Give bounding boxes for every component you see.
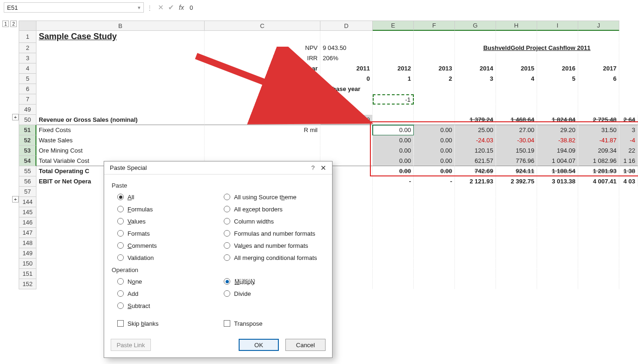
cell[interactable] [578, 53, 619, 63]
cell[interactable] [455, 53, 496, 63]
cell[interactable] [455, 217, 496, 228]
cell[interactable] [414, 248, 455, 259]
cell[interactable] [414, 279, 455, 289]
outline-level-1[interactable]: 1 [2, 21, 9, 27]
cell-d[interactable] [320, 135, 373, 146]
cell[interactable] [578, 105, 619, 115]
year[interactable]: 2017 [578, 63, 619, 74]
operation-option-divide[interactable]: Divide [218, 287, 325, 300]
row-label[interactable]: Ore Mining Cost [36, 146, 205, 156]
unit[interactable]: R mil [205, 125, 320, 135]
year[interactable]: 2013 [414, 63, 455, 74]
label-base-year[interactable]: base year [320, 84, 373, 94]
row-header-55[interactable]: 55 [19, 166, 36, 176]
column-header-H[interactable]: H [496, 21, 537, 31]
value-npv[interactable]: 9 043.50 [320, 43, 373, 53]
cell[interactable] [537, 94, 578, 105]
operation-option-multiply[interactable]: Multiply [218, 275, 325, 287]
cell[interactable] [496, 197, 537, 207]
cell[interactable] [373, 238, 414, 248]
row-header-52[interactable]: 52 [19, 135, 36, 146]
column-header-J[interactable]: J [578, 21, 619, 31]
column-header-D[interactable]: D [320, 21, 373, 31]
cell[interactable] [373, 43, 414, 53]
cell[interactable] [373, 197, 414, 207]
cell[interactable] [36, 74, 205, 84]
data-cell[interactable]: -24.03 [455, 135, 496, 146]
fx-label[interactable]: fx [179, 4, 184, 11]
cell[interactable] [496, 207, 537, 217]
cell[interactable]: 1 [373, 74, 414, 84]
dialog-help-icon[interactable]: ? [308, 164, 318, 171]
row-header-49[interactable]: 49 [19, 105, 36, 115]
cell[interactable] [36, 94, 205, 105]
cell[interactable] [578, 238, 619, 248]
row-header-147[interactable]: 147 [19, 228, 36, 238]
cell[interactable] [414, 228, 455, 238]
cell[interactable]: 3 [455, 74, 496, 84]
paste-option-formulas-and-number-formats[interactable]: Formulas and number formats [218, 227, 325, 239]
cell[interactable] [373, 248, 414, 259]
value-irr[interactable]: 206% [320, 53, 373, 63]
row-header-146[interactable]: 146 [19, 217, 36, 228]
paste-option-all-except-borders[interactable]: All except borders [218, 203, 325, 215]
row-header-3[interactable]: 3 [19, 53, 36, 63]
cell[interactable] [455, 248, 496, 259]
column-header-G[interactable]: G [455, 21, 496, 31]
data-cell[interactable]: 1 824.84 [537, 115, 578, 125]
cell[interactable] [373, 228, 414, 238]
cell[interactable] [496, 53, 537, 63]
cell[interactable]: 6 [578, 74, 619, 84]
data-cell[interactable]: 4 007.41 [578, 176, 619, 187]
cell[interactable] [36, 84, 205, 94]
cell[interactable] [373, 31, 414, 43]
cell[interactable] [373, 105, 414, 115]
data-cell[interactable]: 0.00 [373, 166, 414, 176]
cell[interactable]: 0 [320, 74, 373, 84]
row-header-54[interactable]: 54 [19, 156, 36, 166]
cell[interactable] [496, 248, 537, 259]
cell[interactable]: -4 [619, 135, 638, 146]
cell[interactable] [455, 279, 496, 289]
unit[interactable] [205, 146, 320, 156]
cell[interactable] [496, 228, 537, 238]
row-header-6[interactable]: 6 [19, 84, 36, 94]
row-header-5[interactable]: 5 [19, 74, 36, 84]
data-cell[interactable]: -41.87 [578, 135, 619, 146]
cell[interactable] [537, 53, 578, 63]
cell[interactable] [455, 228, 496, 238]
cell[interactable] [414, 53, 455, 63]
cell[interactable] [537, 105, 578, 115]
name-box[interactable]: E51 ▾ [4, 2, 144, 13]
cell[interactable] [205, 105, 320, 115]
row-header-144[interactable]: 144 [19, 197, 36, 207]
cell[interactable] [205, 31, 320, 43]
data-cell[interactable]: 1 082.96 [578, 156, 619, 166]
row-header-150[interactable]: 150 [19, 259, 36, 269]
cancel-formula-icon[interactable]: ✕ [156, 3, 166, 12]
data-cell[interactable]: 27.00 [496, 125, 537, 135]
cell[interactable] [455, 187, 496, 197]
cell[interactable] [455, 31, 496, 43]
cell[interactable] [373, 207, 414, 217]
cell[interactable] [578, 94, 619, 105]
cell[interactable] [455, 94, 496, 105]
data-cell[interactable]: 0.00 [373, 156, 414, 166]
data-cell[interactable]: 0.00 [414, 156, 455, 166]
cell[interactable] [496, 279, 537, 289]
row-label[interactable]: Revenue or Gross Sales (nominal) [36, 115, 205, 125]
cell[interactable] [455, 197, 496, 207]
formula-value[interactable]: 0 [187, 4, 193, 11]
cell[interactable]: 4 03 [619, 176, 638, 187]
data-cell[interactable]: 0.00 [373, 146, 414, 156]
cell[interactable] [496, 31, 537, 43]
cell[interactable] [414, 84, 455, 94]
year[interactable]: 2014 [455, 63, 496, 74]
data-cell[interactable]: 1 188.54 [537, 166, 578, 176]
project-title[interactable]: BushveldGold Project Cashflow 2011 [455, 43, 619, 53]
data-cell[interactable]: 1 004.07 [537, 156, 578, 166]
paste-option-values[interactable]: Values [112, 215, 218, 227]
row-header-149[interactable]: 149 [19, 248, 36, 259]
row-header-148[interactable]: 148 [19, 238, 36, 248]
data-cell[interactable]: 29.20 [537, 125, 578, 135]
